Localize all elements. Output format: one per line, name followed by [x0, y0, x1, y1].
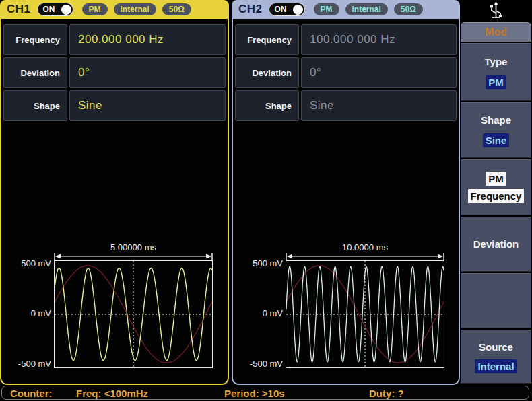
- ch1-waveform-svg: [55, 261, 212, 367]
- table-row: Shape Sine: [3, 90, 226, 121]
- softkey-shape[interactable]: Shape Sine: [461, 102, 531, 158]
- ch1-toggle-knob: [61, 5, 71, 15]
- ch2-y-top-label: 500 mV: [234, 258, 283, 268]
- softkey-type-label: Type: [482, 54, 510, 69]
- softkey-deviation[interactable]: Deviation: [461, 217, 531, 272]
- ch1-deviation-value[interactable]: 0°: [69, 57, 226, 88]
- ch1-toggle-state: ON: [43, 5, 55, 14]
- softkey-pm-frequency[interactable]: PM Frequency: [461, 159, 531, 215]
- softkey-type-value: PM: [486, 75, 506, 89]
- ch2-deviation-value[interactable]: 0°: [301, 57, 457, 88]
- ch1-deviation-label: Deviation: [3, 57, 67, 88]
- ch1-header: CH1 ON PM Internal 50Ω: [0, 0, 229, 19]
- ch1-shape-label: Shape: [3, 90, 67, 121]
- ch2-toggle-state: ON: [275, 5, 287, 14]
- ch2-y-bottom-label: -500 mV: [234, 359, 283, 369]
- ch2-shape-value[interactable]: Sine: [301, 90, 457, 121]
- softkey-source-label: Source: [476, 340, 516, 354]
- usb-icon: [488, 1, 504, 20]
- ch1-y-mid-label: 0 mV: [3, 308, 51, 318]
- softkey-shape-label: Shape: [478, 113, 514, 127]
- ch1-param-table: Frequency 200.000 000 Hz Deviation 0° Sh…: [3, 24, 226, 123]
- table-row: Frequency 100.000 000 Hz: [235, 24, 457, 55]
- softkey-source[interactable]: Source Internal: [461, 330, 531, 384]
- ch2-on-toggle[interactable]: ON: [269, 3, 305, 16]
- ch1-tag-modulation: PM: [82, 3, 108, 15]
- ch1-tags: PM Internal 50Ω: [82, 3, 191, 15]
- ch2-body: Frequency 100.000 000 Hz Deviation 0° Sh…: [232, 19, 460, 385]
- counter-label: Counter:: [10, 388, 53, 399]
- counter-period: Period: >10s: [224, 388, 285, 399]
- ch2-header: CH2 ON PM Internal 50Ω: [232, 0, 460, 19]
- table-row: Shape Sine: [235, 90, 457, 121]
- softkey-pm-frequency-line1: PM: [486, 172, 506, 186]
- ch2-waveform-preview: [286, 260, 444, 368]
- ch1-tag-impedance: 50Ω: [162, 3, 191, 15]
- counter-duty: Duty: ?: [369, 388, 404, 399]
- softkey-type[interactable]: Type PM: [461, 43, 531, 101]
- ch1-waveform-preview: [54, 260, 213, 368]
- ch2-toggle-knob: [293, 5, 303, 15]
- ch2-span-label: 10.0000 ms: [286, 242, 444, 252]
- generator-screen: CH1 ON PM Internal 50Ω Frequency 200.000…: [0, 0, 532, 401]
- ch2-tags: PM Internal 50Ω: [314, 3, 423, 15]
- ch2-param-table: Frequency 100.000 000 Hz Deviation 0° Sh…: [235, 24, 457, 123]
- ch1-y-bottom-label: -500 mV: [3, 359, 51, 369]
- ch1-span-arrow: [54, 253, 213, 260]
- ch1-body: Frequency 200.000 000 Hz Deviation 0° Sh…: [0, 19, 229, 385]
- ch1-shape-value[interactable]: Sine: [69, 90, 226, 121]
- ch2-tag-impedance: 50Ω: [394, 3, 423, 15]
- ch1-label: CH1: [7, 3, 31, 16]
- ch1-span-label: 5.00000 ms: [54, 242, 213, 252]
- ch2-tag-modulation: PM: [314, 3, 339, 15]
- ch2-waveform-svg: [286, 261, 444, 367]
- table-row: Frequency 200.000 000 Hz: [3, 24, 226, 55]
- ch2-tag-source: Internal: [345, 3, 388, 15]
- softkey-menu: Mod Type PM Shape Sine PM Frequency Devi…: [460, 0, 532, 401]
- ch2-frequency-label: Frequency: [235, 24, 299, 55]
- ch1-on-toggle[interactable]: ON: [37, 3, 73, 16]
- ch2-frequency-value[interactable]: 100.000 000 Hz: [301, 24, 457, 55]
- menu-title-mod: Mod: [461, 22, 531, 42]
- ch1-panel: CH1 ON PM Internal 50Ω Frequency 200.000…: [0, 0, 229, 385]
- softkey-pm-frequency-line2: Frequency: [468, 189, 525, 203]
- counter-status-bar: Counter: Freq: <100mHz Period: >10s Duty…: [1, 386, 529, 400]
- counter-freq: Freq: <100mHz: [76, 388, 148, 399]
- ch2-span-arrow: [286, 253, 444, 260]
- ch1-tag-source: Internal: [114, 3, 156, 15]
- ch2-y-mid-label: 0 mV: [234, 308, 283, 318]
- ch2-label: CH2: [238, 3, 263, 16]
- softkey-blank[interactable]: [461, 273, 531, 328]
- ch2-panel: CH2 ON PM Internal 50Ω Frequency 100.000…: [232, 0, 460, 385]
- ch1-y-top-label: 500 mV: [3, 258, 51, 268]
- ch1-frequency-label: Frequency: [3, 24, 67, 55]
- softkey-source-value: Internal: [475, 359, 517, 373]
- softkey-deviation-label: Deviation: [471, 237, 522, 251]
- softkey-shape-value: Sine: [483, 133, 510, 147]
- ch2-shape-label: Shape: [235, 90, 299, 121]
- ch2-deviation-label: Deviation: [235, 57, 299, 88]
- table-row: Deviation 0°: [3, 57, 226, 88]
- table-row: Deviation 0°: [235, 57, 457, 88]
- ch1-frequency-value[interactable]: 200.000 000 Hz: [69, 24, 226, 55]
